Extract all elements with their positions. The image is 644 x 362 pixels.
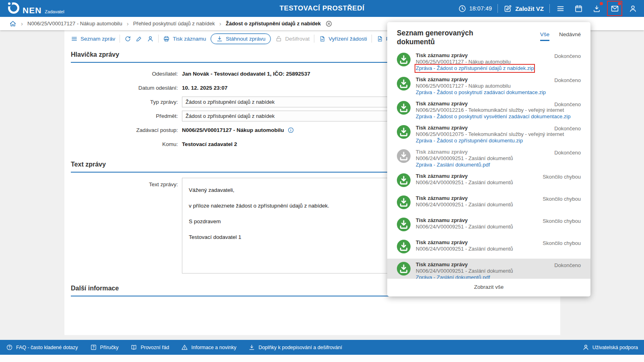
footer-label: Příručky	[100, 345, 119, 350]
document-download-icon	[397, 53, 411, 66]
document-subtitle: N006/24/V00009251 - Zaslání dokumentů	[416, 179, 581, 186]
footer-support-link[interactable]: Uživatelská podpora	[582, 344, 638, 351]
document-item-2[interactable]: Tisk záznamu zprávyN006/25/V00012216 - T…	[387, 98, 590, 122]
calendar-button[interactable]	[574, 4, 583, 13]
document-subtitle: N006/24/V00009251 - Zaslání dokumentů	[416, 268, 581, 274]
toolbar-label: Seznam zpráv	[80, 36, 115, 42]
brand-text: NEN	[23, 6, 41, 14]
document-status: Dokončeno	[554, 53, 581, 59]
field-text-odesilatel: Jan Novák - Testovací dodavatel 1, IČO: …	[182, 71, 310, 77]
footer-link-book[interactable]: Provozní řád	[130, 344, 169, 351]
main-menu-button[interactable]	[555, 4, 565, 13]
panel-tab-0[interactable]: Vše	[540, 31, 549, 41]
toolbar-label: Dešifrovat	[285, 36, 310, 42]
field-text-datum-odeslani: 10. 12. 2025 23:07	[182, 85, 227, 91]
edit-button[interactable]	[136, 35, 142, 42]
support-icon	[582, 344, 589, 351]
footer-link-plugin[interactable]: Doplňky k podepisování a dešifrování	[248, 344, 342, 351]
document-download-link[interactable]: Zpráva - Zaslání dokumentů.pdf	[416, 274, 490, 279]
refresh-button[interactable]	[124, 35, 131, 42]
toolbar-label: Stáhnout zprávu	[226, 36, 265, 42]
toolbar-label: Tisk záznamu	[173, 36, 206, 42]
document-item-8[interactable]: Tisk záznamu zprávyN006/24/V00009251 - Z…	[387, 237, 590, 259]
downloads-button[interactable]	[592, 4, 601, 13]
chevron-right-icon: ›	[127, 21, 129, 27]
breadcrumb-item-0[interactable]: N006/25/V00017127 - Nákup automobilu	[27, 21, 122, 27]
toolbar-divider	[372, 35, 372, 43]
document-download-link[interactable]: Zpráva - Žádost o poskytnutí zadávací do…	[416, 89, 546, 96]
field-label-typ-zpravy: Typ zprávy:	[71, 99, 182, 105]
divider	[549, 4, 550, 13]
decrypt-button: Dešifrovat	[275, 35, 310, 42]
document-download-icon	[397, 218, 411, 231]
home-icon[interactable]	[9, 20, 17, 27]
warning-icon	[181, 344, 188, 351]
document-item-7[interactable]: Tisk záznamu zprávyN006/24/V00009251 - Z…	[387, 214, 590, 237]
panel-tab-1[interactable]: Nedávné	[559, 31, 581, 40]
document-subtitle: N006/25/V00012075 - Telekomunikační služ…	[416, 131, 581, 138]
document-list: Tisk záznamu zprávyN006/25/V00017127 - N…	[387, 49, 590, 279]
message-list-button[interactable]: Seznam zpráv	[71, 35, 115, 42]
breadcrumb-item-1[interactable]: Přehled poskytnutí údajů z nabídek	[133, 21, 215, 27]
contact-button[interactable]	[147, 35, 154, 42]
create-vz-button[interactable]: Založit VZ	[504, 4, 544, 13]
person-icon	[147, 35, 154, 42]
printer-icon	[163, 35, 170, 42]
show-all-link[interactable]: Zobrazit vše	[387, 279, 590, 296]
document-download-icon	[397, 77, 411, 90]
footer-link-faq[interactable]: FAQ - často kladené dotazy	[6, 344, 78, 351]
document-download-icon	[397, 125, 411, 139]
field-text-zadavaci-postup: N006/25/V00017127 - Nákup automobilu	[182, 127, 284, 133]
download-tray-icon	[592, 4, 601, 13]
print-record-button[interactable]: Tisk záznamu	[163, 35, 206, 42]
document-download-icon	[397, 173, 411, 187]
document-download-link[interactable]: Zpráva - Žádost o poskytnutí vysvětlení …	[416, 113, 570, 120]
document-item-0[interactable]: Tisk záznamu zprávyN006/25/V00017127 - N…	[387, 49, 590, 74]
messages-button[interactable]	[610, 4, 619, 13]
plugin-icon	[248, 344, 255, 351]
download-message-button[interactable]: Stáhnout zprávu	[211, 33, 271, 44]
close-breadcrumb-icon[interactable]	[325, 20, 332, 27]
info-icon[interactable]	[287, 127, 294, 134]
document-subtitle: N006/24/V00009251 - Zaslání dokumentů	[416, 224, 581, 230]
person-icon	[629, 4, 637, 13]
footer-link-warning[interactable]: Informace a novinky	[181, 344, 236, 351]
role-label: Zadavatel	[45, 10, 64, 14]
breadcrumb-item-2[interactable]: Žádost o zpřístupnění údajů z nabídek	[226, 21, 321, 27]
panel-tabs: VšeNedávné	[540, 29, 581, 46]
document-item-5[interactable]: Tisk záznamu zprávyN006/24/V00009251 - Z…	[387, 170, 590, 192]
toolbar-divider	[314, 35, 314, 43]
profile-button[interactable]	[628, 4, 638, 13]
document-download-link[interactable]: Zpráva - Zaslání dokumentů.pdf	[416, 162, 490, 168]
document-download-icon	[397, 240, 411, 253]
document-download-icon	[397, 101, 411, 115]
faq-icon	[6, 344, 13, 351]
menu-icon	[556, 4, 565, 13]
document-item-6[interactable]: Tisk záznamu zprávyN006/24/V00009251 - Z…	[387, 192, 590, 214]
document-download-link[interactable]: Zpráva - Žádost o zpřístupnění dokumentu…	[416, 138, 523, 144]
field-value-komu: Testovací zadavatel 2	[182, 141, 237, 147]
document-item-3[interactable]: Tisk záznamu zprávyN006/25/V00012075 - T…	[387, 122, 590, 146]
document-item-9[interactable]: Tisk záznamu zprávyN006/24/V00009251 - Z…	[387, 259, 590, 279]
footer-link-manual[interactable]: Příručky	[90, 344, 119, 351]
refresh-icon	[124, 35, 131, 42]
request-resolution-button[interactable]: Vyřízení žádosti	[319, 35, 367, 42]
document-subtitle: N006/24/V00009251 - Zaslání dokumentů	[416, 202, 581, 208]
download-icon	[216, 35, 223, 42]
document-status: Dokončeno	[554, 125, 581, 132]
field-label-odesilatel: Odesílatel:	[71, 71, 182, 77]
field-text-komu: Testovací zadavatel 2	[182, 141, 237, 147]
document-status: Skončilo chybou	[543, 174, 581, 180]
document-download-link[interactable]: Zpráva - Žádost o zpřístupnění údajů z n…	[416, 65, 534, 72]
nen-logo[interactable]: NEN Zadavatel	[0, 2, 64, 14]
current-time: 18:07:49	[469, 5, 492, 12]
document-status: Dokončeno	[554, 77, 581, 83]
document-item-4[interactable]: Tisk záznamu zprávyN006/24/V00009251 - Z…	[387, 146, 590, 170]
calendar-icon	[574, 4, 583, 13]
document-item-1[interactable]: Tisk záznamu zprávyN006/25/V00017127 - N…	[387, 74, 590, 98]
generated-documents-panel: Seznam generovaných dokumentů VšeNedávné…	[387, 22, 590, 296]
toolbar-divider	[158, 35, 159, 43]
chevron-right-icon: ›	[21, 21, 23, 27]
clock-icon	[458, 4, 466, 13]
nen-logo-icon	[8, 2, 19, 14]
